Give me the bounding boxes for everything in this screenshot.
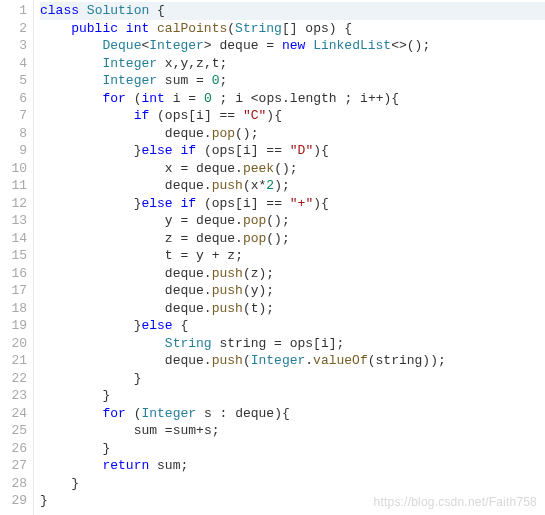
code-editor: 1234567891011121314151617181920212223242… (0, 0, 545, 515)
line-number: 21 (4, 352, 27, 370)
line-number: 20 (4, 335, 27, 353)
code-line: y = deque.pop(); (40, 212, 545, 230)
line-number: 5 (4, 72, 27, 90)
line-number: 6 (4, 90, 27, 108)
line-number: 2 (4, 20, 27, 38)
line-number-gutter: 1234567891011121314151617181920212223242… (0, 0, 34, 515)
code-line: deque.push(y); (40, 282, 545, 300)
line-number: 22 (4, 370, 27, 388)
code-line: for (Integer s : deque){ (40, 405, 545, 423)
code-line: } (40, 440, 545, 458)
code-line: deque.push(z); (40, 265, 545, 283)
line-number: 1 (4, 2, 27, 20)
code-line: } (40, 475, 545, 493)
code-line: deque.push(t); (40, 300, 545, 318)
code-line: z = deque.pop(); (40, 230, 545, 248)
line-number: 17 (4, 282, 27, 300)
code-line: class Solution { (40, 2, 545, 20)
line-number: 13 (4, 212, 27, 230)
line-number: 18 (4, 300, 27, 318)
code-line: deque.pop(); (40, 125, 545, 143)
code-line: public int calPoints(String[] ops) { (40, 20, 545, 38)
line-number: 7 (4, 107, 27, 125)
line-number: 16 (4, 265, 27, 283)
line-number: 27 (4, 457, 27, 475)
code-line: Deque<Integer> deque = new LinkedList<>(… (40, 37, 545, 55)
line-number: 29 (4, 492, 27, 510)
line-number: 4 (4, 55, 27, 73)
code-line: }else if (ops[i] == "D"){ (40, 142, 545, 160)
line-number: 3 (4, 37, 27, 55)
code-line: } (40, 492, 545, 510)
line-number: 24 (4, 405, 27, 423)
line-number: 25 (4, 422, 27, 440)
line-number: 9 (4, 142, 27, 160)
code-line: t = y + z; (40, 247, 545, 265)
line-number: 28 (4, 475, 27, 493)
line-number: 15 (4, 247, 27, 265)
code-line: deque.push(x*2); (40, 177, 545, 195)
code-line: Integer sum = 0; (40, 72, 545, 90)
code-line: deque.push(Integer.valueOf(string)); (40, 352, 545, 370)
code-line: } (40, 387, 545, 405)
line-number: 8 (4, 125, 27, 143)
line-number: 14 (4, 230, 27, 248)
line-number: 23 (4, 387, 27, 405)
code-line: return sum; (40, 457, 545, 475)
code-line: }else { (40, 317, 545, 335)
code-area: class Solution { public int calPoints(St… (34, 0, 545, 515)
line-number: 10 (4, 160, 27, 178)
code-line: }else if (ops[i] == "+"){ (40, 195, 545, 213)
code-line: if (ops[i] == "C"){ (40, 107, 545, 125)
code-line: Integer x,y,z,t; (40, 55, 545, 73)
line-number: 11 (4, 177, 27, 195)
line-number: 19 (4, 317, 27, 335)
code-line: } (40, 370, 545, 388)
code-line: String string = ops[i]; (40, 335, 545, 353)
code-line: sum =sum+s; (40, 422, 545, 440)
code-line: for (int i = 0 ; i <ops.length ; i++){ (40, 90, 545, 108)
line-number: 12 (4, 195, 27, 213)
code-line: x = deque.peek(); (40, 160, 545, 178)
line-number: 26 (4, 440, 27, 458)
